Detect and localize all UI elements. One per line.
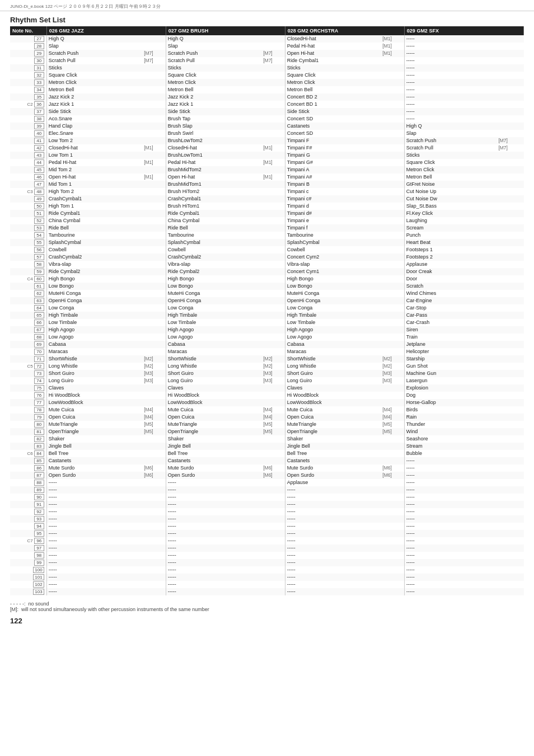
table-row: 50High Tom 1Brush HiTom1Timpani dSlap_St… [10, 203, 524, 210]
brush-name: ----- [166, 581, 261, 588]
sfx-tag [496, 326, 523, 334]
sfx-name: Footsteps 1 [404, 246, 496, 253]
jazz-name: High Tom 2 [46, 188, 142, 195]
orchstra-name: OpenTriangle [285, 428, 381, 435]
sfx-tag [496, 261, 523, 268]
sfx-tag [496, 508, 523, 515]
col-jazz: 026 GM2 JAZZ [46, 26, 166, 35]
orchstra-tag [381, 137, 404, 144]
note-cell: 53 [10, 224, 46, 232]
jazz-name: Low Tom 1 [46, 152, 142, 159]
jazz-tag [142, 559, 166, 566]
sfx-name: Car-Pass [404, 312, 496, 319]
sfx-tag [496, 479, 523, 486]
sfx-name: Starship [404, 355, 496, 363]
orchstra-tag [381, 57, 404, 64]
note-cell: 73 [10, 370, 46, 377]
sfx-name: ----- [404, 43, 496, 50]
table-row: 68Low AgogoLow AgogoLow AgogoTrain [10, 334, 524, 341]
orchstra-name: ----- [285, 501, 381, 508]
jazz-tag [142, 283, 166, 290]
orchstra-name: Concert SD [285, 115, 381, 123]
jazz-name: Ride Cymbal1 [46, 210, 142, 217]
orchstra-name: Timpani B [285, 181, 381, 188]
table-row: 87Open Surdo[M6]Open Surdo[M6]Open Surdo… [10, 472, 524, 479]
brush-name: LowWoodBlock [166, 399, 261, 406]
sfx-tag [496, 501, 523, 508]
brush-tag [261, 64, 285, 72]
brush-tag [261, 93, 285, 101]
jazz-name: Mid Tom 2 [46, 166, 142, 173]
orchstra-tag: [M1] [381, 35, 404, 43]
sfx-tag [496, 363, 523, 370]
table-row: 88----------Applause----- [10, 479, 524, 486]
table-row: 46Open Hi-hat[M1]Open Hi-hat[M1]Timpani … [10, 173, 524, 181]
note-cell: 82 [10, 435, 46, 443]
sfx-name: Scratch Pull [404, 144, 496, 152]
jazz-tag [142, 523, 166, 530]
sfx-tag [496, 210, 523, 217]
sfx-tag [496, 246, 523, 253]
orchstra-tag [381, 566, 404, 574]
brush-name: BrushMidTom1 [166, 181, 261, 188]
brush-tag [261, 515, 285, 523]
brush-tag [261, 203, 285, 210]
brush-name: Long Whistle [166, 363, 261, 370]
brush-tag [261, 494, 285, 501]
sfx-name: ----- [404, 501, 496, 508]
orchstra-tag [381, 559, 404, 566]
jazz-name: Jazz Kick 2 [46, 93, 142, 101]
jazz-tag [142, 384, 166, 392]
jazz-tag [142, 508, 166, 515]
brush-tag [261, 283, 285, 290]
jazz-tag: [M1] [142, 144, 166, 152]
brush-name: Castanets [166, 457, 261, 464]
jazz-name: Aco.Snare [46, 115, 142, 123]
brush-tag [261, 326, 285, 334]
jazz-name: Open Hi-hat [46, 173, 142, 181]
sfx-tag [496, 341, 523, 348]
jazz-tag [142, 435, 166, 443]
note-cell: 64 [10, 304, 46, 312]
jazz-tag [142, 79, 166, 86]
table-row: 42ClosedHi-hat[M1]ClosedHi-hat[M1]Timpan… [10, 144, 524, 152]
orchstra-tag [381, 203, 404, 210]
sfx-name: ----- [404, 508, 496, 515]
orchstra-name: Tambourine [285, 232, 381, 239]
brush-name: Open Hi-hat [166, 173, 261, 181]
sfx-name: ----- [404, 115, 496, 123]
orchstra-tag [381, 144, 404, 152]
orchstra-tag [381, 552, 404, 559]
jazz-tag [142, 530, 166, 537]
jazz-tag [142, 224, 166, 232]
note-cell: 89 [10, 486, 46, 494]
sfx-name: ----- [404, 35, 496, 43]
sfx-name: Bubble [404, 450, 496, 457]
sfx-tag [496, 217, 523, 224]
brush-tag [261, 581, 285, 588]
orchstra-tag [381, 261, 404, 268]
sfx-tag [496, 108, 523, 115]
brush-name: Cabasa [166, 341, 261, 348]
orchstra-name: Timpani G# [285, 159, 381, 166]
brush-tag [261, 239, 285, 246]
brush-name: ----- [166, 574, 261, 581]
orchstra-tag: [M5] [381, 421, 404, 428]
jazz-tag [142, 253, 166, 261]
note-cell: 40 [10, 130, 46, 137]
brush-tag [261, 486, 285, 494]
note-cell: 43 [10, 152, 46, 159]
orchstra-name: High Bongo [285, 275, 381, 283]
brush-tag [261, 188, 285, 195]
brush-tag: [M1] [261, 144, 285, 152]
jazz-tag [142, 195, 166, 203]
orchstra-tag [381, 494, 404, 501]
jazz-tag [142, 239, 166, 246]
orchstra-tag [381, 319, 404, 326]
sfx-name: ----- [404, 537, 496, 544]
brush-tag [261, 297, 285, 304]
sfx-name: ----- [404, 457, 496, 464]
brush-name: ClosedHi-hat [166, 144, 261, 152]
orchstra-tag [381, 326, 404, 334]
note-cell: 51 [10, 210, 46, 217]
